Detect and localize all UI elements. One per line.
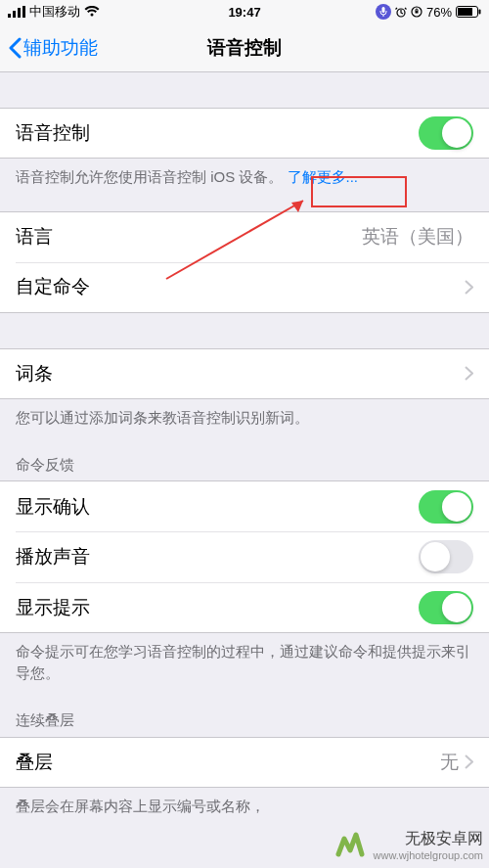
- overlay-header: 连续叠层: [0, 692, 489, 737]
- custom-commands-cell[interactable]: 自定命令: [0, 262, 489, 313]
- show-hint-label: 显示提示: [16, 595, 90, 620]
- play-sound-cell[interactable]: 播放声音: [0, 531, 489, 582]
- svg-rect-2: [18, 8, 21, 18]
- watermark-title: 无极安卓网: [374, 829, 484, 849]
- group-vocab: 词条: [0, 348, 489, 399]
- language-label: 语言: [16, 224, 53, 250]
- voice-control-toggle[interactable]: [419, 116, 473, 150]
- group-voice-control: 语音控制: [0, 108, 489, 159]
- battery-icon: [456, 6, 481, 18]
- group-overlay: 叠层 无: [0, 737, 489, 788]
- back-label: 辅助功能: [23, 35, 98, 61]
- overlay-label: 叠层: [16, 750, 53, 775]
- overlay-cell[interactable]: 叠层 无: [0, 737, 489, 788]
- overlay-footer: 叠层会在屏幕内容上显示编号或名称，: [0, 788, 489, 825]
- battery-percent: 76%: [426, 5, 452, 20]
- alarm-icon: [395, 6, 407, 18]
- show-hint-cell[interactable]: 显示提示: [0, 582, 489, 633]
- signal-icon: [8, 6, 25, 18]
- svg-rect-10: [458, 8, 472, 16]
- svg-rect-3: [22, 6, 25, 18]
- svg-rect-1: [13, 11, 16, 18]
- status-left: 中国移动: [8, 3, 100, 21]
- feedback-header: 命令反馈: [0, 436, 489, 481]
- custom-commands-label: 自定命令: [16, 274, 90, 299]
- wifi-icon: [84, 6, 100, 18]
- play-sound-label: 播放声音: [16, 544, 90, 570]
- language-value: 英语（美国）: [362, 224, 473, 250]
- voice-control-desc: 语音控制允许您使用语音控制 iOS 设备。: [16, 168, 283, 185]
- vocab-cell[interactable]: 词条: [0, 348, 489, 399]
- feedback-footer: 命令提示可在您学习语音控制的过程中，通过建议命令和提供提示来引导您。: [0, 633, 489, 692]
- status-time: 19:47: [228, 5, 260, 20]
- vocab-label: 词条: [16, 361, 53, 387]
- svg-rect-11: [479, 10, 481, 15]
- chevron-right-icon: [465, 280, 473, 295]
- nav-bar: 辅助功能 语音控制: [0, 23, 489, 72]
- watermark-url: www.wjhotelgroup.com: [374, 849, 484, 861]
- carrier-label: 中国移动: [29, 3, 80, 21]
- chevron-right-icon: [465, 366, 473, 381]
- group-feedback: 显示确认 播放声音 显示提示: [0, 480, 489, 633]
- voice-control-cell[interactable]: 语音控制: [0, 108, 489, 159]
- show-confirm-label: 显示确认: [16, 494, 90, 520]
- svg-rect-4: [381, 7, 384, 13]
- overlay-value: 无: [440, 750, 473, 775]
- show-confirm-cell[interactable]: 显示确认: [0, 480, 489, 531]
- overlay-value-text: 无: [440, 750, 459, 775]
- svg-rect-0: [8, 14, 11, 18]
- play-sound-toggle[interactable]: [419, 540, 473, 573]
- learn-more-link[interactable]: 了解更多...: [288, 168, 359, 185]
- rotation-lock-icon: [411, 6, 422, 18]
- group-language: 语言 英语（美国） 自定命令: [0, 211, 489, 313]
- svg-rect-8: [415, 11, 418, 14]
- vocab-footer: 您可以通过添加词条来教语音控制识别新词。: [0, 399, 489, 436]
- status-bar: 中国移动 19:47 76%: [0, 0, 489, 23]
- watermark: 无极安卓网 www.wjhotelgroup.com: [333, 827, 484, 862]
- mic-indicator-icon: [376, 4, 391, 20]
- chevron-left-icon: [8, 37, 22, 59]
- voice-control-footer: 语音控制允许您使用语音控制 iOS 设备。 了解更多...: [0, 159, 489, 196]
- show-hint-toggle[interactable]: [419, 591, 473, 624]
- show-confirm-toggle[interactable]: [419, 490, 473, 524]
- language-cell[interactable]: 语言 英语（美国）: [0, 211, 489, 262]
- back-button[interactable]: 辅助功能: [0, 35, 98, 61]
- voice-control-label: 语音控制: [16, 120, 90, 146]
- watermark-logo-icon: [333, 827, 368, 862]
- page-title: 语音控制: [207, 35, 282, 61]
- status-right: 76%: [376, 4, 481, 20]
- chevron-right-icon: [465, 754, 473, 769]
